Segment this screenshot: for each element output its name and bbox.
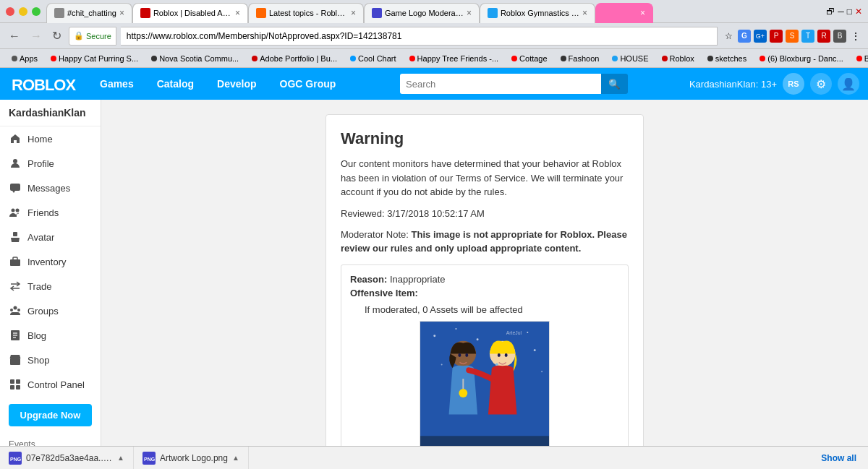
menu-icon[interactable]: ⋮ [849,30,862,43]
bookmark-nova-scotia[interactable]: Nova Scotia Commu... [145,53,244,64]
tab-roblox-disabled[interactable]: Roblox | Disabled Accou... × [132,3,248,23]
sidebar-item-shop[interactable]: Shop [0,348,101,372]
sidebar-item-groups[interactable]: Groups [0,298,101,323]
tab-latest-topics[interactable]: Latest topics - Roblox D... × [248,3,364,23]
nav-games[interactable]: Games [88,68,145,100]
extension-icon-b[interactable]: B [833,30,846,43]
svg-point-26 [541,371,542,372]
svg-rect-17 [10,385,14,390]
assets-text: If moderated, 0 Assets will be affected [365,304,619,315]
download-caret-1[interactable]: ▲ [117,454,124,462]
download-item-2[interactable]: PNG Artwork Logo.png ▲ [134,447,249,470]
bookmark-label: Happy Cat Purring S... [59,54,138,63]
address-input[interactable] [121,27,718,46]
bookmark-happy-cat[interactable]: Happy Cat Purring S... [45,53,144,64]
browser-tab-bar: #chit_chatting × Roblox | Disabled Accou… [0,0,868,23]
settings-icon-button[interactable]: ⚙ [810,73,832,95]
tab-label: Game Logo Moderatior... [385,9,464,17]
tab-close-icon[interactable]: × [351,8,356,18]
tab-close-icon[interactable]: × [119,8,124,18]
bookmark-label: Happy Tree Friends -... [417,54,499,63]
tab-gymnastics[interactable]: Roblox Gymnastics on T... × [480,3,595,23]
bookmark-bloxburg2[interactable]: Bloxburg: Building M... [851,53,868,64]
extension-icon-g2[interactable]: G+ [754,30,767,43]
blog-icon [9,329,22,342]
tab-close-icon[interactable]: × [640,8,645,18]
back-button[interactable]: ← [6,28,23,44]
svg-point-24 [534,349,536,351]
roblox-logo[interactable]: ROBLOX [0,73,88,95]
tab-close-icon[interactable]: × [467,8,472,18]
search-input[interactable] [400,74,603,94]
bookmark-cool-chart[interactable]: Cool Chart [344,53,402,64]
search-button[interactable]: 🔍 [601,74,628,94]
person-icon [9,157,22,170]
bookmark-fashoon[interactable]: Fashoon [555,53,605,64]
sidebar-item-inventory[interactable]: Inventory [0,249,101,274]
bookmark-roblox[interactable]: Roblox [656,53,700,64]
bookmark-cottage[interactable]: Cottage [506,53,553,64]
download-caret-2[interactable]: ▲ [232,454,239,462]
extension-icon-r[interactable]: R [817,30,830,43]
bookmark-happy-tree[interactable]: Happy Tree Friends -... [404,53,505,64]
tab-game-logo[interactable]: Game Logo Moderatior... × [364,3,480,23]
extension-icon-s[interactable]: S [786,30,799,43]
sidebar-item-home[interactable]: Home [0,126,101,151]
extension-icon-t[interactable]: T [801,30,814,43]
inventory-icon [9,255,22,268]
minimize-icon[interactable]: ─ [838,7,844,17]
tab-chit-chatting[interactable]: #chit_chatting × [46,3,132,23]
sidebar-item-avatar[interactable]: Avatar [0,225,101,249]
profile-icon-button[interactable]: 👤 [838,73,859,95]
sidebar-label: Messages [27,183,70,194]
avatar-icon [9,231,22,244]
extension-icon-g[interactable]: G [738,30,751,43]
tab-pink[interactable]: × [595,3,653,23]
events-label: Events [9,439,92,446]
address-bar-row: ← → ↻ 🔒 Secure ☆ G G+ P S T R B ⋮ [0,23,868,49]
roblox-navbar: ROBLOX Games Catalog Develop OGC Group 🔍… [0,68,868,100]
bookmark-adobe[interactable]: Adobe Portfolio | Bu... [246,53,343,64]
upgrade-now-button[interactable]: Upgrade Now [9,404,92,426]
tab-close-icon[interactable]: × [235,8,240,18]
sidebar-item-control-panel[interactable]: Control Panel [0,372,101,397]
bookmark-apps[interactable]: Apps [6,53,43,64]
bookmark-house[interactable]: HOUSE [606,53,654,64]
bookmark-favicon [856,56,862,61]
download-item-1[interactable]: PNG 07e782d5a3ae4aa....png ▲ [0,447,134,470]
window-close-button[interactable] [6,7,14,16]
lock-icon: 🔒 [74,31,84,40]
bookmark-bloxburg1[interactable]: (6) Bloxburg - Danc... [754,53,849,64]
sidebar-item-messages[interactable]: Messages [0,176,101,200]
nav-ogc-group[interactable]: OGC Group [268,68,348,100]
svg-point-8 [10,309,13,311]
sidebar-label: Inventory [27,257,66,267]
sidebar: KardashianKlan Home Profile Messages Fri… [0,100,101,446]
sidebar-item-trade[interactable]: Trade [0,274,101,298]
sidebar-label: Profile [27,158,54,169]
bookmarks-bar: Apps Happy Cat Purring S... Nova Scotia … [0,49,868,68]
tab-close-icon[interactable]: × [582,8,587,18]
sidebar-item-friends[interactable]: Friends [0,200,101,225]
trade-icon [9,280,22,293]
svg-point-1 [13,159,17,163]
extension-icon-p[interactable]: P [770,30,783,43]
close-icon[interactable]: ✕ [855,7,862,17]
svg-point-20 [433,335,435,337]
restore-icon[interactable]: 🗗 [826,7,835,17]
warning-title: Warning [341,129,629,148]
star-icon[interactable]: ☆ [722,30,735,43]
forward-button[interactable]: → [27,28,45,44]
window-maximize-button[interactable] [32,7,41,16]
rs-icon-button[interactable]: RS [783,73,804,95]
maximize-icon[interactable]: □ [847,7,852,17]
sidebar-item-blog[interactable]: Blog [0,323,101,348]
nav-catalog[interactable]: Catalog [145,68,205,100]
main-content: Warning Our content monitors have determ… [101,100,868,446]
window-minimize-button[interactable] [19,7,27,16]
nav-develop[interactable]: Develop [205,68,268,100]
show-all-button[interactable]: Show all [809,453,868,463]
bookmark-sketches[interactable]: sketches [702,53,752,64]
refresh-button[interactable]: ↻ [49,27,64,44]
sidebar-item-profile[interactable]: Profile [0,151,101,176]
